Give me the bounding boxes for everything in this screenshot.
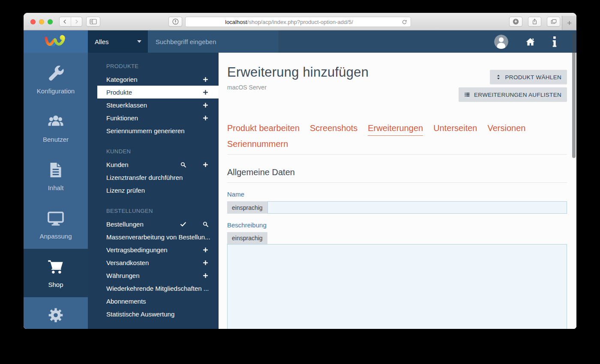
search-input[interactable] bbox=[156, 38, 277, 45]
page-scrollbar-thumb[interactable] bbox=[572, 33, 576, 158]
sidebar-item-verwaltung[interactable]: Verwaltung bbox=[24, 297, 88, 329]
cart-icon bbox=[47, 258, 64, 275]
acp-search bbox=[148, 30, 279, 53]
info-button[interactable] bbox=[552, 36, 557, 47]
sidebar-item-shop[interactable]: Shop bbox=[24, 249, 88, 297]
zoom-window-button[interactable] bbox=[48, 19, 53, 24]
plus-icon[interactable] bbox=[202, 161, 209, 168]
tab-erweiterungen[interactable]: Erweiterungen bbox=[368, 123, 423, 136]
menu-item-lizenztransfer-durchführen[interactable]: Lizenztransfer durchführen bbox=[88, 171, 219, 184]
tabs-icon bbox=[550, 18, 557, 25]
description-textarea[interactable] bbox=[227, 244, 567, 329]
menu-section-title: PRODUKTE bbox=[106, 63, 209, 69]
frontend-home-button[interactable] bbox=[525, 37, 536, 47]
menu-item-massenverarbeitung-von-bestellun[interactable]: Massenverarbeitung von Bestellun... bbox=[88, 230, 219, 243]
list-icon bbox=[464, 92, 470, 98]
sidebar-toggle-button[interactable] bbox=[86, 17, 100, 27]
menu-item-steuerklassen[interactable]: Steuerklassen bbox=[88, 98, 219, 111]
section-heading: Allgemeine Daten bbox=[227, 167, 567, 183]
action-produkt-wählen[interactable]: PRODUKT WÄHLEN bbox=[490, 70, 567, 84]
sidebar-item-inhalt[interactable]: Inhalt bbox=[24, 152, 88, 200]
app-body: Konfiguration Benutzer Inhalt Anpassung … bbox=[24, 53, 576, 329]
tab-nav: Produkt bearbeitenScreenshotsErweiterung… bbox=[227, 123, 567, 155]
share-icon bbox=[531, 18, 538, 25]
language-tab[interactable]: einsprachig bbox=[227, 232, 267, 244]
info-icon bbox=[552, 36, 557, 47]
document-icon bbox=[47, 161, 64, 179]
menu-item-statistische-auswertung[interactable]: Statistische Auswertung bbox=[88, 307, 219, 320]
sidebar-icon bbox=[89, 18, 97, 25]
menu-item-funktionen[interactable]: Funktionen bbox=[88, 111, 219, 124]
plus-icon[interactable] bbox=[202, 260, 209, 266]
menu-item-bestellungen[interactable]: Bestellungen bbox=[88, 218, 219, 230]
menu-section-produkte: PRODUKTE Kategorien Produkte Steuerklass… bbox=[88, 63, 219, 137]
page-subtitle: macOS Server bbox=[227, 84, 459, 91]
monitor-icon bbox=[47, 210, 64, 227]
menu-section-bestellungen: BESTELLUNGEN Bestellungen Massenverarbei… bbox=[88, 208, 219, 320]
plus-icon[interactable] bbox=[202, 272, 209, 279]
plus-icon[interactable] bbox=[202, 76, 209, 83]
acp-header: Alles bbox=[24, 30, 576, 53]
close-window-button[interactable] bbox=[30, 19, 36, 24]
action-erweiterungen-auflisten[interactable]: ERWEITERUNGEN AUFLISTEN bbox=[459, 87, 567, 102]
url-path: /shop/acp/index.php?product-option-add/5… bbox=[247, 19, 353, 25]
onepassword-extension-button[interactable] bbox=[168, 17, 182, 27]
tab-seriennummern[interactable]: Seriennummern bbox=[227, 139, 288, 152]
onepassword-icon bbox=[172, 18, 179, 25]
menu-item-lizenz-prüfen[interactable]: Lizenz prüfen bbox=[88, 184, 219, 197]
content-header: Erweiterung hinzufügen macOS Server PROD… bbox=[227, 65, 567, 102]
page-titles: Erweiterung hinzufügen macOS Server bbox=[227, 65, 459, 91]
search-icon[interactable] bbox=[202, 221, 209, 227]
back-button[interactable] bbox=[60, 17, 71, 26]
downloads-button[interactable] bbox=[509, 17, 522, 27]
history-nav-group bbox=[59, 17, 82, 27]
sidebar-item-konfiguration[interactable]: Konfiguration bbox=[24, 55, 88, 104]
sidebar-item-benutzer[interactable]: Benutzer bbox=[24, 104, 88, 152]
minimize-window-button[interactable] bbox=[39, 19, 44, 24]
reload-button[interactable] bbox=[401, 19, 408, 27]
check-icon[interactable] bbox=[180, 221, 186, 227]
field-label-description: Beschreibung bbox=[227, 221, 567, 229]
tab-versionen[interactable]: Versionen bbox=[487, 123, 525, 136]
menu-item-kunden[interactable]: Kunden bbox=[88, 158, 219, 171]
menu-item-versandkosten[interactable]: Versandkosten bbox=[88, 256, 219, 269]
tab-screenshots[interactable]: Screenshots bbox=[310, 123, 357, 136]
search-icon[interactable] bbox=[180, 161, 186, 168]
language-tab[interactable]: einsprachig bbox=[227, 201, 267, 214]
menu-item-wiederkehrende-mitgliedschaften[interactable]: Wiederkehrende Mitgliedschaften ... bbox=[88, 282, 219, 295]
sidebar-item-anpassung[interactable]: Anpassung bbox=[24, 200, 88, 249]
icon-sidebar: Konfiguration Benutzer Inhalt Anpassung … bbox=[24, 53, 88, 329]
new-tab-button[interactable]: + bbox=[562, 16, 576, 30]
chevron-down-icon bbox=[137, 40, 141, 43]
chevron-right-icon bbox=[74, 18, 79, 25]
download-icon bbox=[512, 18, 519, 25]
users-icon bbox=[47, 113, 64, 130]
reload-icon bbox=[401, 19, 408, 25]
page-title: Erweiterung hinzufügen bbox=[227, 65, 459, 80]
plus-icon[interactable] bbox=[202, 102, 209, 108]
plus-icon[interactable] bbox=[202, 247, 209, 253]
menu-item-seriennummern-generieren[interactable]: Seriennummern generieren bbox=[88, 124, 219, 137]
share-button[interactable] bbox=[528, 17, 541, 27]
browser-toolbar: localhost/shop/acp/index.php?product-opt… bbox=[24, 13, 576, 30]
user-avatar[interactable] bbox=[494, 35, 508, 49]
menu-item-kategorien[interactable]: Kategorien bbox=[88, 73, 219, 86]
menu-item-produkte[interactable]: Produkte bbox=[97, 86, 219, 98]
forward-button[interactable] bbox=[71, 17, 82, 26]
tab-produkt-bearbeiten[interactable]: Produkt bearbeiten bbox=[227, 123, 300, 136]
name-input[interactable] bbox=[267, 201, 567, 214]
menu-panel: PRODUKTE Kategorien Produkte Steuerklass… bbox=[88, 53, 219, 329]
menu-section-title: KUNDEN bbox=[106, 148, 209, 155]
plus-icon[interactable] bbox=[202, 115, 209, 121]
name-field-row: einsprachig bbox=[227, 201, 567, 214]
address-bar[interactable]: localhost/shop/acp/index.php?product-opt… bbox=[185, 17, 411, 27]
menu-item-währungen[interactable]: Währungen bbox=[88, 269, 219, 282]
show-tabs-button[interactable] bbox=[547, 17, 560, 27]
search-scope-label: Alles bbox=[95, 38, 137, 45]
menu-item-abonnements[interactable]: Abonnements bbox=[88, 295, 219, 307]
menu-item-vertragsbedingungen[interactable]: Vertragsbedingungen bbox=[88, 243, 219, 256]
tab-unterseiten[interactable]: Unterseiten bbox=[433, 123, 477, 136]
plus-icon[interactable] bbox=[202, 89, 209, 95]
woltlab-logo-cell[interactable] bbox=[24, 30, 88, 53]
search-scope-dropdown[interactable]: Alles bbox=[88, 30, 148, 53]
